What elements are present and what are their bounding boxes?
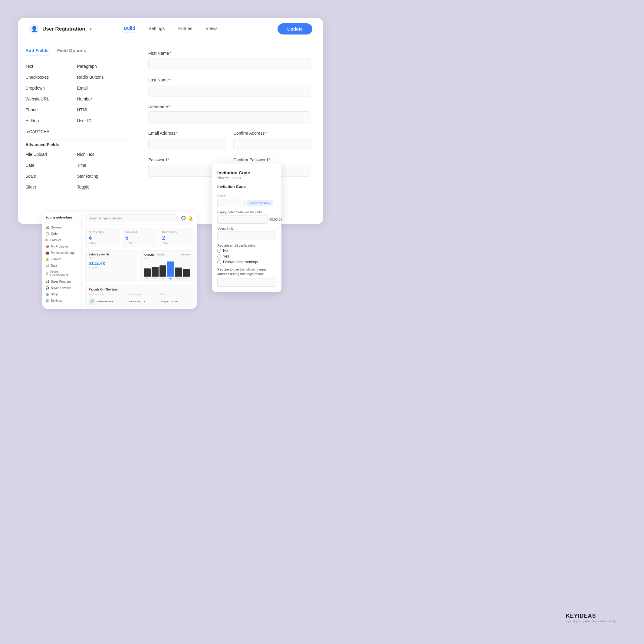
bar-jan (144, 268, 151, 277)
sales-change: ↑ +6.2% (89, 266, 135, 269)
expiry-input[interactable] (217, 215, 268, 224)
email-input[interactable] (148, 138, 226, 150)
title-chevron[interactable]: ▾ (90, 27, 92, 31)
product-icon: 🛍 (45, 238, 48, 242)
topbar-icons: 💬 🔔 (181, 216, 193, 221)
field-time[interactable]: Time (77, 160, 129, 171)
field-recaptcha[interactable]: reCAPTCHA (25, 126, 77, 137)
field-number[interactable]: Number (77, 94, 129, 104)
email-confirm-row: Email Address* Confirm Address* (148, 131, 311, 150)
field-date[interactable]: Date (25, 160, 77, 171)
bell-icon[interactable]: 🔔 (188, 216, 193, 221)
sidebar-tabs: Add Fields Field Options (18, 46, 136, 55)
settings-icon: ⚙️ (45, 299, 49, 302)
generate-new-button[interactable]: Generate new (246, 200, 273, 206)
menu-shop[interactable]: 🏪Shop› (42, 291, 81, 297)
nav-views[interactable]: Views (205, 26, 218, 32)
field-html[interactable]: HTML (77, 104, 129, 115)
menu-seller-dev[interactable]: 🛠Seller Development› (42, 269, 81, 278)
menu-product[interactable]: 🛍Product› (42, 237, 81, 243)
stat-on-the-way: On The Way⋯ 4 + 26% (85, 228, 120, 247)
last-name-input[interactable] (148, 85, 311, 97)
menu-order[interactable]: 📋Order› (42, 231, 81, 237)
analytic-title: Analytic (144, 253, 154, 256)
analytic-month[interactable]: Month ▾ (181, 253, 190, 256)
field-dropdown[interactable]: Dropdown (25, 83, 77, 94)
tab-add-fields[interactable]: Add Fields (25, 46, 49, 55)
menu-purchase-manage[interactable]: 💼Purchase Manage› (42, 250, 81, 256)
nav-entries[interactable]: Entries (178, 26, 192, 32)
sales-section: Sales By Month April $112.4k ↑ +6.2% Ana… (85, 250, 193, 282)
radio-follow: Follow global settings (217, 260, 276, 264)
main-nav: Build Settings Entries Views (100, 25, 241, 32)
password-label: Password* (148, 157, 226, 162)
email-registration-input[interactable] (217, 278, 276, 287)
expiry-label: Expiry date: Code will be valid (217, 210, 276, 214)
field-text[interactable]: Text (25, 61, 77, 72)
brand-chevron[interactable]: › (77, 216, 78, 219)
new-orders-value: 2 (162, 235, 190, 241)
code-input[interactable] (217, 199, 245, 207)
field-websiteurl[interactable]: WebsiteURL (25, 94, 77, 104)
users-limit-label: Users limit: (217, 227, 276, 230)
field-paragraph[interactable]: Paragraph (77, 61, 129, 72)
radio-no-input[interactable] (217, 249, 221, 253)
code-label: Code: (217, 194, 276, 198)
field-userid[interactable]: User ID (77, 115, 129, 126)
menu-my-promotion[interactable]: 📣My Promotion› (42, 243, 81, 250)
radio-yes-label: Yes (223, 254, 229, 258)
header-left: 👤 User Registration ▾ (29, 24, 100, 34)
menu-sales-program[interactable]: 📢Sales Program› (42, 278, 81, 285)
nav-settings[interactable]: Settings (148, 26, 165, 32)
invitation-card: Invitation Code New Members Invitation C… (212, 163, 281, 292)
menu-buyer-services[interactable]: 🎧Buyer Services› (42, 285, 81, 291)
invitation-subtitle: New Members (217, 176, 276, 180)
field-scale[interactable]: Scale (25, 171, 77, 182)
field-rich-text[interactable]: Rich Text (77, 149, 129, 160)
header-right: Update (241, 23, 312, 35)
required-star: * (169, 51, 171, 56)
radio-follow-input[interactable] (217, 260, 221, 264)
first-name-input[interactable] (148, 58, 311, 70)
sales-amount: $112.4k (89, 261, 135, 266)
expiry-row: 00:00:00 (217, 215, 276, 224)
tab-field-options[interactable]: Field Options (57, 46, 86, 55)
field-file-upload[interactable]: File Upload (25, 149, 77, 160)
field-phone[interactable]: Phone (25, 104, 77, 115)
fields-grid: Text Paragraph Checkboxes Radio Buttons … (18, 61, 136, 192)
confirm-address-col: Confirm Address* (233, 131, 311, 150)
email-label: Email Address* (148, 131, 226, 136)
delivery-icon: 🚚 (45, 226, 49, 229)
parcels-header: Product Name Shipping To Status (89, 293, 190, 296)
menu-data[interactable]: 📊Data› (42, 262, 81, 269)
stat-delivered: Delivered⋯ 5 + 10% (122, 228, 156, 247)
radio-yes-input[interactable] (217, 255, 221, 258)
user-icon: 👤 (29, 24, 39, 34)
menu-finance[interactable]: 💰Finance› (42, 256, 81, 262)
users-limit-input[interactable] (217, 232, 276, 240)
email-col: Email Address* (148, 131, 226, 150)
chat-icon[interactable]: 💬 (181, 216, 186, 221)
email-note: Require to use the following email addre… (217, 267, 276, 277)
radio-yes: Yes (217, 254, 276, 258)
menu-delivery[interactable]: 🚚Delivery› (42, 224, 81, 231)
username-input[interactable] (148, 111, 311, 123)
field-email[interactable]: Email (77, 83, 129, 94)
confirm-address-input[interactable] (233, 138, 311, 150)
field-radio-buttons[interactable]: Radio Buttons (77, 72, 129, 83)
field-slider[interactable]: Slider (25, 182, 77, 192)
field-toggle[interactable]: Toggle (77, 182, 129, 192)
username-label: Username* (148, 104, 311, 109)
field-checkboxes[interactable]: Checkboxes (25, 72, 77, 83)
parcels-title: Parcels On The Way (89, 288, 190, 291)
confirm-address-label: Confirm Address* (233, 131, 311, 136)
nav-build[interactable]: Build (124, 25, 135, 32)
update-button[interactable]: Update (278, 23, 312, 35)
last-name-label: Last Name* (148, 77, 311, 82)
menu-settings[interactable]: ⚙️Settings› (42, 297, 81, 304)
bar-apr (167, 261, 174, 277)
dashboard-search[interactable] (85, 214, 179, 222)
field-hidden[interactable]: Hidden (25, 115, 77, 126)
field-star-rating[interactable]: Star Rating (77, 171, 129, 182)
bar-labels: Jan Feb Mar Apr May Jun (144, 277, 190, 279)
